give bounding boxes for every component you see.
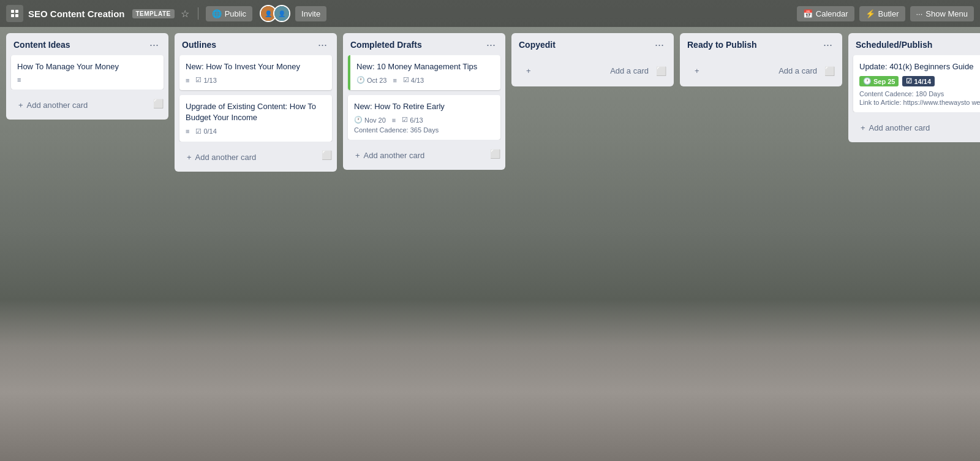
archive-icon-drafts[interactable]: ⬜ (490, 149, 500, 159)
star-button[interactable]: ☆ (181, 8, 189, 20)
checklist-meta-tips: ☑ 4/13 (403, 76, 424, 84)
card-link-401k: Link to Article: https://www.thewaysto w… (859, 99, 980, 106)
archive-icon-outlines[interactable]: ⬜ (322, 150, 332, 160)
add-card-row-scheduled: + Add another card ⬜ (848, 112, 980, 142)
plus-icon-content-ideas: + (18, 101, 23, 110)
column-header-content-ideas: Content Ideas ··· (6, 33, 168, 55)
description-icon-budget: ≡ (186, 128, 189, 135)
butler-icon: ⚡ (865, 9, 875, 18)
clock-icon-tips: 🕐 (356, 76, 365, 84)
column-content-ideas: Content Ideas ··· How To Manage Your Mon… (6, 33, 168, 120)
add-card-button-outlines[interactable]: + Add another card (179, 148, 322, 167)
card-cadence-retire: Content Cadence: 365 Days (354, 126, 494, 134)
app-logo (6, 5, 23, 22)
add-card-area-ready: + Add a card ⬜ (680, 55, 842, 86)
visibility-button[interactable]: 🌐 Public (206, 6, 252, 21)
checklist-meta-invest: ☑ 1/13 (195, 76, 216, 84)
svg-rect-3 (15, 14, 18, 17)
card-invest-money[interactable]: New: How To Invest Your Money ≡ ☑ 1/13 (179, 55, 332, 90)
board-title: SEO Content Creation (28, 9, 125, 19)
plus-icon-drafts: + (355, 151, 360, 160)
card-badge-checklist-401k: ☑ 14/14 (902, 76, 935, 86)
column-header-ready: Ready to Publish ··· (680, 33, 842, 55)
column-menu-content-ideas[interactable]: ··· (147, 39, 161, 50)
card-title-money-tips: New: 10 Money Management Tips (356, 61, 494, 72)
plus-icon-scheduled: + (861, 123, 865, 132)
column-menu-copyedit[interactable]: ··· (652, 39, 666, 50)
show-menu-button[interactable]: ··· Show Menu (910, 6, 974, 21)
card-meta-invest-money: ≡ ☑ 1/13 (186, 76, 326, 84)
add-card-button-content-ideas[interactable]: + Add another card (11, 96, 153, 115)
plus-icon-copyedit: + (526, 66, 531, 75)
avatar-group: 👤 👤 (260, 5, 290, 22)
column-ready-to-publish: Ready to Publish ··· + Add a card ⬜ (680, 33, 842, 86)
plus-icon-ready: + (695, 66, 699, 75)
column-header-copyedit: Copyedit ··· (511, 33, 674, 55)
checklist-icon-tips: ☑ (403, 76, 409, 84)
description-icon-invest: ≡ (186, 77, 189, 84)
card-date-retire: 🕐 Nov 20 (354, 116, 386, 124)
column-completed-drafts: Completed Drafts ··· New: 10 Money Manag… (343, 33, 505, 170)
column-menu-completed-drafts[interactable]: ··· (484, 39, 498, 50)
add-a-card-button-ready[interactable]: + Add a card (687, 60, 824, 82)
archive-icon-copyedit[interactable]: ⬜ (656, 66, 666, 76)
card-401k[interactable]: Update: 401(k) Beginners Guide 🕐 Sep 25 … (853, 55, 980, 112)
card-retire-early[interactable]: New: How To Retire Early 🕐 Nov 20 ≡ ☑ 6/… (348, 95, 500, 140)
template-badge: TEMPLATE (132, 9, 175, 18)
globe-icon: 🌐 (212, 9, 222, 18)
navbar: SEO Content Creation TEMPLATE ☆ 🌐 Public… (0, 0, 980, 27)
checklist-meta-budget: ☑ 0/14 (195, 128, 216, 135)
column-title-scheduled: Scheduled/Publish (856, 40, 932, 50)
clock-icon-401k: 🕐 (863, 77, 872, 85)
description-icon-tips: ≡ (393, 77, 396, 84)
column-menu-outlines[interactable]: ··· (315, 39, 330, 50)
card-budget-income[interactable]: Upgrade of Existing Content: How To Budg… (179, 95, 332, 141)
svg-rect-2 (11, 14, 14, 17)
column-cards-scheduled: Update: 401(k) Beginners Guide 🕐 Sep 25 … (848, 55, 980, 112)
calendar-button[interactable]: 📅 Calendar (797, 6, 854, 21)
archive-icon-ready[interactable]: ⬜ (824, 66, 835, 76)
column-header-scheduled: Scheduled/Publish ··· (848, 33, 980, 55)
card-title-401k: Update: 401(k) Beginners Guide (859, 61, 980, 72)
column-menu-ready[interactable]: ··· (821, 39, 835, 50)
card-manage-money[interactable]: How To Manage Your Money ≡ (11, 55, 164, 90)
add-a-card-button-copyedit[interactable]: + Add a card (519, 60, 656, 82)
add-card-area-copyedit: + Add a card ⬜ (511, 55, 674, 86)
invite-button[interactable]: Invite (295, 6, 326, 21)
column-outlines: Outlines ··· New: How To Invest Your Mon… (175, 33, 337, 172)
column-title-content-ideas: Content Ideas (13, 40, 70, 50)
archive-icon-content-ideas[interactable]: ⬜ (153, 99, 164, 109)
card-title-retire-early: New: How To Retire Early (354, 101, 494, 112)
nav-divider (198, 7, 198, 20)
column-header-completed-drafts: Completed Drafts ··· (343, 33, 505, 55)
column-scheduled-publish: Scheduled/Publish ··· Update: 401(k) Beg… (848, 33, 980, 142)
board: Content Ideas ··· How To Manage Your Mon… (0, 27, 980, 461)
column-cards-outlines: New: How To Invest Your Money ≡ ☑ 1/13 U… (175, 55, 337, 142)
avatar-2[interactable]: 👤 (273, 5, 290, 22)
add-card-button-scheduled[interactable]: + Add another card (853, 118, 980, 137)
card-meta-manage-money: ≡ (17, 76, 157, 83)
svg-rect-1 (15, 10, 18, 13)
lines-icon: ≡ (17, 76, 21, 83)
plus-icon-outlines: + (187, 153, 192, 162)
add-card-row-drafts: + Add another card ⬜ (343, 140, 505, 170)
column-title-outlines: Outlines (182, 40, 216, 50)
column-cards-completed-drafts: New: 10 Money Management Tips 🕐 Oct 23 ≡… (343, 55, 505, 140)
checklist-meta-retire: ☑ 6/13 (402, 116, 423, 124)
card-badges-401k: 🕐 Sep 25 ☑ 14/14 (859, 76, 980, 86)
card-title-budget-income: Upgrade of Existing Content: How To Budg… (186, 101, 326, 123)
card-money-tips[interactable]: New: 10 Money Management Tips 🕐 Oct 23 ≡… (348, 55, 500, 90)
card-cadence-401k: Content Cadence: 180 Days (859, 90, 980, 97)
column-title-completed-drafts: Completed Drafts (350, 40, 422, 50)
add-card-row-outlines: + Add another card ⬜ (175, 142, 337, 172)
add-card-button-drafts[interactable]: + Add another card (348, 146, 490, 165)
card-accent-money-tips (348, 55, 350, 90)
card-badge-date-401k: 🕐 Sep 25 (859, 76, 899, 86)
column-title-copyedit: Copyedit (519, 40, 556, 50)
description-icon-manage-money: ≡ (17, 76, 21, 83)
calendar-icon: 📅 (803, 9, 813, 18)
butler-button[interactable]: ⚡ Butler (859, 6, 905, 21)
svg-rect-0 (11, 10, 14, 13)
card-meta-budget: ≡ ☑ 0/14 (186, 128, 326, 135)
checklist-icon-401k: ☑ (906, 77, 912, 85)
